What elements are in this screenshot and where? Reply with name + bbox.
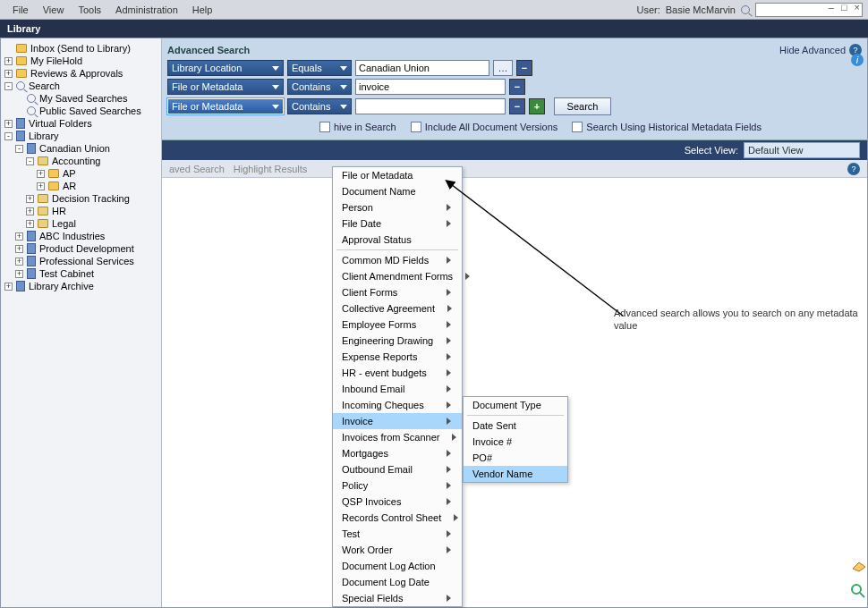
menu-view[interactable]: View xyxy=(36,1,72,19)
remove-row-button[interactable]: − xyxy=(509,98,525,114)
tree-item[interactable]: +My FileHold xyxy=(3,55,159,67)
menu-item[interactable]: Engineering Drawing xyxy=(333,333,462,349)
menu-item[interactable]: Client Forms xyxy=(333,284,462,300)
window-maximize-icon[interactable]: □ xyxy=(838,2,850,13)
menu-item[interactable]: Records Control Sheet xyxy=(333,510,462,526)
select-view-dropdown[interactable]: Default View xyxy=(744,142,860,158)
window-minimize-icon[interactable]: – xyxy=(826,2,837,13)
checkbox-icon[interactable] xyxy=(319,122,330,132)
info-icon[interactable]: i xyxy=(849,52,865,68)
tree-item[interactable]: -Search xyxy=(3,80,159,92)
expander-icon[interactable]: + xyxy=(4,57,13,65)
expander-icon[interactable]: + xyxy=(26,220,34,228)
menu-item[interactable]: Document Log Action xyxy=(333,558,462,574)
menu-file[interactable]: File xyxy=(5,1,36,19)
search-option[interactable]: Include All Document Versions xyxy=(411,122,558,132)
expander-icon[interactable]: + xyxy=(37,182,45,190)
operator-dropdown[interactable]: Contains xyxy=(287,98,352,114)
tree-item[interactable]: +Product Development xyxy=(3,242,159,255)
menu-item[interactable]: Collective Agreement xyxy=(333,300,462,317)
field-dropdown[interactable]: File or Metadata xyxy=(167,98,284,114)
search-button[interactable]: Search xyxy=(554,97,611,115)
menu-item[interactable]: Policy xyxy=(333,477,462,494)
expander-icon[interactable]: - xyxy=(4,82,13,90)
menu-item[interactable]: Expense Reports xyxy=(333,349,462,365)
tree-item[interactable]: Public Saved Searches xyxy=(3,105,159,117)
tree-item[interactable]: +Professional Services xyxy=(3,255,159,267)
value-input[interactable] xyxy=(355,98,506,114)
tree-item[interactable]: +Test Cabinet xyxy=(3,267,159,280)
tree-item[interactable]: +Virtual Folders xyxy=(3,117,159,130)
expander-icon[interactable]: + xyxy=(4,70,13,78)
menu-item[interactable]: Approval Status xyxy=(333,232,462,248)
menu-item[interactable]: Document Name xyxy=(333,183,462,199)
operator-dropdown[interactable]: Contains xyxy=(287,79,352,95)
saved-search-partial[interactable]: aved Search xyxy=(169,164,225,174)
menu-item[interactable]: File or Metadata xyxy=(333,167,462,183)
tree-item[interactable]: -Canadian Union xyxy=(3,142,159,155)
menu-item[interactable]: File Date xyxy=(333,215,462,232)
tree-item[interactable]: +AP xyxy=(3,167,159,180)
tree-item[interactable]: +Legal xyxy=(3,217,159,230)
operator-dropdown[interactable]: Equals xyxy=(287,60,352,76)
tree-item[interactable]: -Library xyxy=(3,130,159,142)
zoom-icon[interactable] xyxy=(850,583,866,599)
search-icon[interactable] xyxy=(741,5,750,14)
checkbox-icon[interactable] xyxy=(572,122,583,132)
menu-item[interactable]: Work Order xyxy=(333,542,462,558)
menu-item[interactable]: Common MD Fields xyxy=(333,252,462,268)
menu-administration[interactable]: Administration xyxy=(108,1,185,19)
expander-icon[interactable]: + xyxy=(37,170,45,178)
tree-item[interactable]: +AR xyxy=(3,180,159,192)
menu-item[interactable]: Document Log Date xyxy=(333,574,462,590)
browse-button[interactable]: … xyxy=(493,60,513,76)
tree-item[interactable]: +Decision Tracking xyxy=(3,192,159,205)
menu-item[interactable]: Special Fields xyxy=(333,590,462,606)
highlight-results-link[interactable]: Highlight Results xyxy=(234,164,308,174)
remove-row-button[interactable]: − xyxy=(516,60,532,76)
field-dropdown[interactable]: File or Metadata xyxy=(167,79,284,95)
menu-tools[interactable]: Tools xyxy=(71,1,108,19)
menu-item[interactable]: HR - event budgets xyxy=(333,365,462,381)
expander-icon[interactable]: + xyxy=(15,245,23,253)
add-row-button[interactable]: + xyxy=(529,98,545,114)
expander-icon[interactable]: - xyxy=(15,145,23,153)
submenu-item[interactable]: Date Sent xyxy=(464,418,567,434)
menu-help[interactable]: Help xyxy=(185,1,220,19)
field-dropdown[interactable]: Library Location xyxy=(167,60,284,76)
expander-icon[interactable]: - xyxy=(26,157,34,165)
search-option[interactable]: Search Using Historical Metadata Fields xyxy=(572,122,762,132)
menu-item[interactable]: Invoices from Scanner xyxy=(333,429,462,445)
tree-item[interactable]: Inbox (Send to Library) xyxy=(3,42,159,55)
expander-icon[interactable]: + xyxy=(4,283,13,291)
expander-icon[interactable]: - xyxy=(4,132,13,140)
menu-item[interactable]: Invoice xyxy=(333,413,462,429)
menu-item[interactable]: Employee Forms xyxy=(333,317,462,333)
expander-icon[interactable]: + xyxy=(15,270,23,278)
submenu-item[interactable]: PO# xyxy=(464,450,567,466)
location-value-input[interactable] xyxy=(355,60,489,76)
expander-icon[interactable]: + xyxy=(26,207,34,215)
menu-item[interactable]: Inbound Email xyxy=(333,381,462,397)
submenu-item[interactable]: Vendor Name xyxy=(464,466,567,482)
window-close-icon[interactable]: × xyxy=(852,2,863,13)
expander-icon[interactable]: + xyxy=(4,120,13,128)
checkbox-icon[interactable] xyxy=(411,122,421,132)
tree-item[interactable]: -Accounting xyxy=(3,155,159,167)
value-input[interactable] xyxy=(355,79,506,95)
menu-item[interactable]: Mortgages xyxy=(333,445,462,461)
eraser-icon[interactable] xyxy=(850,558,866,574)
tree-item[interactable]: +HR xyxy=(3,205,159,217)
expander-icon[interactable]: + xyxy=(26,195,34,203)
tree-item[interactable]: +ABC Industries xyxy=(3,230,159,242)
submenu-item[interactable]: Document Type xyxy=(464,397,567,413)
menu-item[interactable]: QSP Invoices xyxy=(333,494,462,510)
menu-item[interactable]: Client Amendment Forms xyxy=(333,268,462,284)
submenu-item[interactable]: Invoice # xyxy=(464,434,567,450)
expander-icon[interactable]: + xyxy=(15,232,23,241)
help-icon[interactable]: ? xyxy=(847,163,860,175)
remove-row-button[interactable]: − xyxy=(509,79,525,95)
search-option[interactable]: hive in Search xyxy=(319,122,396,132)
menu-item[interactable]: Incoming Cheques xyxy=(333,397,462,413)
tree-item[interactable]: +Library Archive xyxy=(3,280,159,292)
